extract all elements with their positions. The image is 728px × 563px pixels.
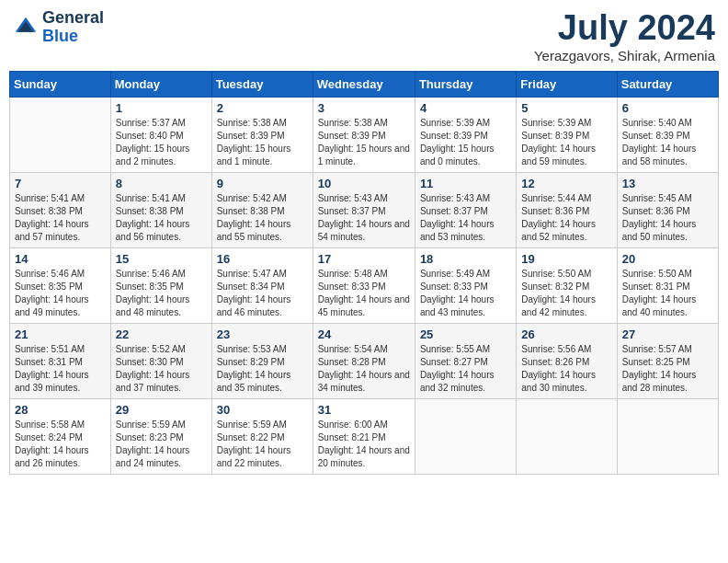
day-number: 8: [116, 177, 207, 190]
day-info: Sunrise: 5:40 AM Sunset: 8:39 PM Dayligh…: [622, 117, 713, 168]
day-info: Sunrise: 5:58 AM Sunset: 8:24 PM Dayligh…: [15, 419, 106, 470]
day-info: Sunrise: 5:49 AM Sunset: 8:33 PM Dayligh…: [420, 268, 511, 319]
calendar-cell: 13Sunrise: 5:45 AM Sunset: 8:36 PM Dayli…: [617, 172, 718, 247]
day-info: Sunrise: 5:46 AM Sunset: 8:35 PM Dayligh…: [15, 268, 106, 319]
day-info: Sunrise: 5:41 AM Sunset: 8:38 PM Dayligh…: [116, 192, 207, 244]
day-number: 3: [318, 101, 410, 115]
calendar-cell: 26Sunrise: 5:56 AM Sunset: 8:26 PM Dayli…: [517, 323, 617, 398]
day-info: Sunrise: 5:46 AM Sunset: 8:35 PM Dayligh…: [116, 268, 207, 319]
day-number: 12: [521, 177, 611, 190]
calendar-cell: 20Sunrise: 5:50 AM Sunset: 8:31 PM Dayli…: [617, 247, 718, 323]
day-info: Sunrise: 5:53 AM Sunset: 8:29 PM Dayligh…: [217, 343, 308, 395]
calendar-cell: 27Sunrise: 5:57 AM Sunset: 8:25 PM Dayli…: [617, 323, 718, 398]
calendar-cell: 9Sunrise: 5:42 AM Sunset: 8:38 PM Daylig…: [211, 172, 313, 247]
title-block: July 2024 Yerazgavors, Shirak, Armenia: [534, 9, 715, 63]
calendar-cell: [517, 398, 617, 474]
calendar-table: SundayMondayTuesdayWednesdayThursdayFrid…: [9, 71, 719, 475]
calendar-cell: 24Sunrise: 5:54 AM Sunset: 8:28 PM Dayli…: [313, 323, 415, 398]
calendar-cell: [617, 398, 718, 474]
day-number: 6: [622, 101, 713, 115]
day-info: Sunrise: 5:43 AM Sunset: 8:37 PM Dayligh…: [420, 192, 511, 244]
calendar-cell: 25Sunrise: 5:55 AM Sunset: 8:27 PM Dayli…: [415, 323, 516, 398]
day-info: Sunrise: 5:50 AM Sunset: 8:32 PM Dayligh…: [521, 268, 611, 319]
day-info: Sunrise: 5:41 AM Sunset: 8:38 PM Dayligh…: [15, 192, 106, 244]
day-info: Sunrise: 5:48 AM Sunset: 8:33 PM Dayligh…: [318, 268, 410, 319]
calendar-cell: 16Sunrise: 5:47 AM Sunset: 8:34 PM Dayli…: [211, 247, 313, 323]
day-info: Sunrise: 5:42 AM Sunset: 8:38 PM Dayligh…: [217, 192, 308, 244]
calendar-cell: 7Sunrise: 5:41 AM Sunset: 8:38 PM Daylig…: [10, 172, 111, 247]
calendar-cell: 4Sunrise: 5:39 AM Sunset: 8:39 PM Daylig…: [415, 97, 516, 172]
day-info: Sunrise: 5:57 AM Sunset: 8:25 PM Dayligh…: [622, 343, 713, 395]
calendar-cell: 19Sunrise: 5:50 AM Sunset: 8:32 PM Dayli…: [517, 247, 617, 323]
day-number: 24: [318, 327, 410, 341]
weekday-header: Sunday: [10, 71, 111, 97]
weekday-header: Friday: [517, 71, 617, 97]
day-number: 20: [622, 252, 713, 266]
day-info: Sunrise: 5:37 AM Sunset: 8:40 PM Dayligh…: [116, 117, 207, 168]
day-number: 1: [116, 101, 207, 115]
day-number: 13: [622, 177, 713, 190]
calendar-cell: 2Sunrise: 5:38 AM Sunset: 8:39 PM Daylig…: [211, 97, 313, 172]
location: Yerazgavors, Shirak, Armenia: [534, 48, 715, 63]
calendar-cell: 28Sunrise: 5:58 AM Sunset: 8:24 PM Dayli…: [10, 398, 111, 474]
weekday-header: Wednesday: [313, 71, 415, 97]
calendar-week-row: 21Sunrise: 5:51 AM Sunset: 8:31 PM Dayli…: [10, 323, 719, 398]
day-number: 30: [217, 403, 308, 417]
day-info: Sunrise: 5:50 AM Sunset: 8:31 PM Dayligh…: [622, 268, 713, 319]
logo-icon: [13, 15, 39, 40]
calendar-cell: [415, 398, 516, 474]
weekday-header: Tuesday: [211, 71, 313, 97]
day-number: 10: [318, 177, 410, 190]
calendar-cell: 14Sunrise: 5:46 AM Sunset: 8:35 PM Dayli…: [10, 247, 111, 323]
day-info: Sunrise: 5:38 AM Sunset: 8:39 PM Dayligh…: [217, 117, 308, 168]
day-number: 4: [420, 101, 511, 115]
day-number: 25: [420, 327, 511, 341]
calendar-cell: 30Sunrise: 5:59 AM Sunset: 8:22 PM Dayli…: [211, 398, 313, 474]
day-number: 28: [15, 403, 106, 417]
day-info: Sunrise: 5:44 AM Sunset: 8:36 PM Dayligh…: [521, 192, 611, 244]
day-number: 17: [318, 252, 410, 266]
calendar-cell: [10, 97, 111, 172]
day-info: Sunrise: 5:43 AM Sunset: 8:37 PM Dayligh…: [318, 192, 410, 244]
calendar-cell: 11Sunrise: 5:43 AM Sunset: 8:37 PM Dayli…: [415, 172, 516, 247]
calendar-cell: 17Sunrise: 5:48 AM Sunset: 8:33 PM Dayli…: [313, 247, 415, 323]
calendar-cell: 22Sunrise: 5:52 AM Sunset: 8:30 PM Dayli…: [110, 323, 211, 398]
calendar-cell: 18Sunrise: 5:49 AM Sunset: 8:33 PM Dayli…: [415, 247, 516, 323]
day-number: 16: [217, 252, 308, 266]
day-number: 18: [420, 252, 511, 266]
calendar-cell: 23Sunrise: 5:53 AM Sunset: 8:29 PM Dayli…: [211, 323, 313, 398]
day-number: 9: [217, 177, 308, 190]
day-number: 29: [116, 403, 207, 417]
page-header: General Blue July 2024 Yerazgavors, Shir…: [9, 9, 719, 63]
day-info: Sunrise: 5:56 AM Sunset: 8:26 PM Dayligh…: [521, 343, 611, 395]
day-number: 11: [420, 177, 511, 190]
day-info: Sunrise: 6:00 AM Sunset: 8:21 PM Dayligh…: [318, 419, 410, 470]
calendar-cell: 10Sunrise: 5:43 AM Sunset: 8:37 PM Dayli…: [313, 172, 415, 247]
day-info: Sunrise: 5:45 AM Sunset: 8:36 PM Dayligh…: [622, 192, 713, 244]
weekday-header: Monday: [110, 71, 211, 97]
day-number: 22: [116, 327, 207, 341]
logo: General Blue: [13, 9, 104, 46]
logo-line1: General: [42, 9, 104, 28]
calendar-cell: 12Sunrise: 5:44 AM Sunset: 8:36 PM Dayli…: [517, 172, 617, 247]
calendar-cell: 21Sunrise: 5:51 AM Sunset: 8:31 PM Dayli…: [10, 323, 111, 398]
calendar-cell: 15Sunrise: 5:46 AM Sunset: 8:35 PM Dayli…: [110, 247, 211, 323]
day-info: Sunrise: 5:39 AM Sunset: 8:39 PM Dayligh…: [420, 117, 511, 168]
day-number: 26: [521, 327, 611, 341]
logo-line2: Blue: [42, 28, 104, 46]
day-number: 27: [622, 327, 713, 341]
calendar-cell: 31Sunrise: 6:00 AM Sunset: 8:21 PM Dayli…: [313, 398, 415, 474]
month-title: July 2024: [534, 9, 715, 48]
day-number: 2: [217, 101, 308, 115]
day-number: 7: [15, 177, 106, 190]
day-info: Sunrise: 5:52 AM Sunset: 8:30 PM Dayligh…: [116, 343, 207, 395]
day-number: 23: [217, 327, 308, 341]
day-info: Sunrise: 5:59 AM Sunset: 8:22 PM Dayligh…: [217, 419, 308, 470]
day-info: Sunrise: 5:59 AM Sunset: 8:23 PM Dayligh…: [116, 419, 207, 470]
day-number: 19: [521, 252, 611, 266]
calendar-week-row: 1Sunrise: 5:37 AM Sunset: 8:40 PM Daylig…: [10, 97, 719, 172]
weekday-header: Thursday: [415, 71, 516, 97]
weekday-header-row: SundayMondayTuesdayWednesdayThursdayFrid…: [10, 71, 719, 97]
weekday-header: Saturday: [617, 71, 718, 97]
day-info: Sunrise: 5:39 AM Sunset: 8:39 PM Dayligh…: [521, 117, 611, 168]
